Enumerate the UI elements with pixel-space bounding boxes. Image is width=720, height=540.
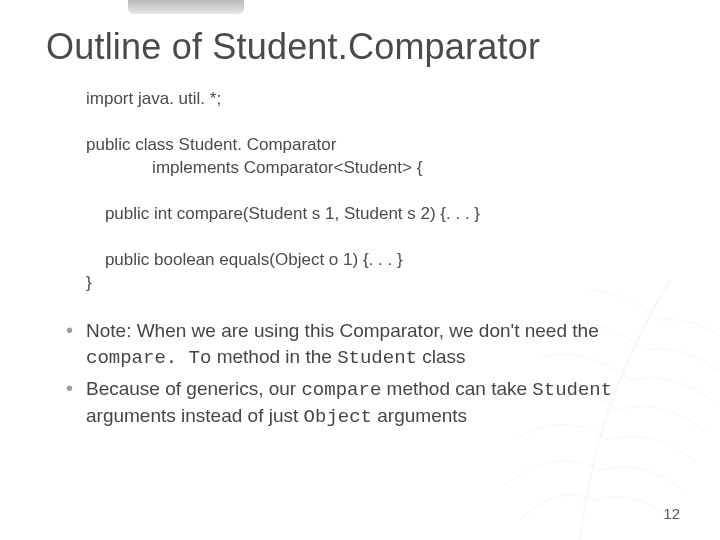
code-line-6: public int compare(Student s 1, Student … — [86, 204, 480, 223]
note-text: method can take — [381, 378, 532, 399]
slide-title: Outline of Student.Comparator — [46, 26, 674, 68]
title-prefix: Outline of — [46, 26, 212, 67]
note-text: arguments instead of just — [86, 405, 304, 426]
note-code-text: Student — [532, 379, 612, 401]
note-text: arguments — [372, 405, 467, 426]
slide-content: Outline of Student.Comparator import jav… — [0, 0, 720, 540]
page-number: 12 — [663, 505, 680, 522]
note-code-text: compare — [301, 379, 381, 401]
note-text: method in the — [211, 346, 337, 367]
code-line-4: implements Comparator<Student> { — [86, 158, 422, 177]
code-line-9: } — [86, 273, 92, 292]
note-code-text: Object — [304, 406, 372, 428]
code-line-1: import java. util. *; — [86, 89, 221, 108]
note-text: Because of generics, our — [86, 378, 301, 399]
note-code-text: compare. To — [86, 347, 211, 369]
code-listing: import java. util. *; public class Stude… — [86, 88, 674, 294]
code-line-3: public class Student. Comparator — [86, 135, 336, 154]
note-text: Note: When we are using this Comparator,… — [86, 320, 599, 341]
note-item: Note: When we are using this Comparator,… — [66, 318, 664, 371]
code-line-8: public boolean equals(Object o 1) {. . .… — [86, 250, 403, 269]
note-text: class — [417, 346, 466, 367]
note-item: Because of generics, our compare method … — [66, 376, 664, 431]
notes-list: Note: When we are using this Comparator,… — [66, 318, 664, 431]
title-codeword: Student.Comparator — [212, 26, 540, 67]
note-code-text: Student — [337, 347, 417, 369]
